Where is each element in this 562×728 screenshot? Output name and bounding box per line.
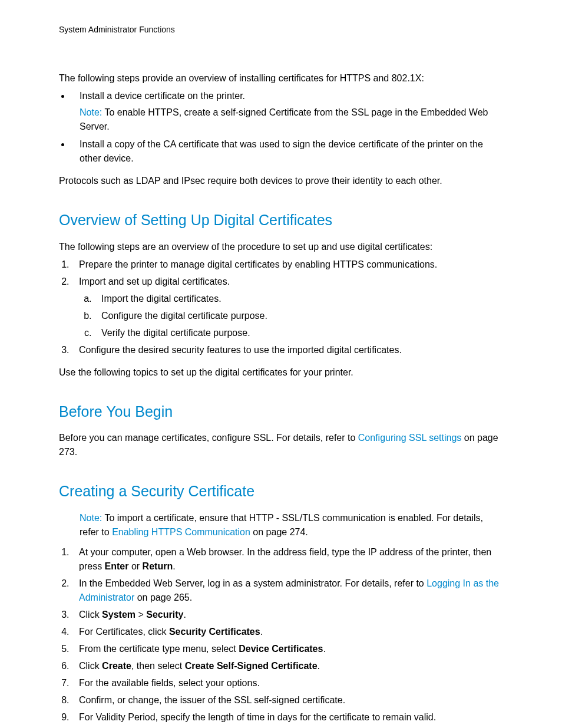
page-header: System Administrator Functions — [59, 24, 503, 36]
list-item: Install a copy of the CA certificate tha… — [71, 137, 503, 166]
list-item: For the available fields, select your op… — [72, 676, 503, 690]
bold-text: Create — [102, 661, 131, 671]
list-item: Configure the desired security features … — [72, 343, 503, 357]
list-item: Click System > Security. — [72, 608, 503, 622]
overview-outro: Use the following topics to set up the d… — [59, 365, 503, 380]
substep-text: Verify the digital certificate purpose. — [101, 328, 250, 338]
text: Confirm, or change, the issuer of the SS… — [79, 695, 345, 705]
list-item: Verify the digital certificate purpose. — [94, 326, 503, 340]
text: For the available fields, select your op… — [79, 678, 260, 688]
text: or — [128, 561, 142, 571]
text: . — [323, 644, 325, 654]
heading-creating: Creating a Security Certificate — [59, 480, 503, 503]
bold-text: Security — [146, 610, 183, 620]
list-item: Confirm, or change, the issuer of the SS… — [72, 693, 503, 707]
list-item: For Certificates, click Security Certifi… — [72, 625, 503, 639]
bold-text: Enter — [105, 561, 129, 571]
overview-steps: Prepare the printer to manage digital ce… — [59, 258, 503, 357]
substep-text: Configure the digital certificate purpos… — [101, 311, 267, 321]
text: Click — [79, 661, 102, 671]
note-label: Note: — [80, 513, 102, 523]
text: For Validity Period, specify the length … — [79, 712, 436, 722]
list-item: Import the digital certificates. — [94, 292, 503, 306]
list-item: Prepare the printer to manage digital ce… — [72, 258, 503, 272]
list-item: Import and set up digital certificates. … — [72, 275, 503, 340]
list-item: At your computer, open a Web browser. In… — [72, 545, 503, 574]
overview-intro: The following steps are an overview of t… — [59, 240, 503, 254]
intro-paragraph: The following steps provide an overview … — [59, 71, 503, 85]
bold-text: Return — [143, 561, 173, 571]
text: In the Embedded Web Server, log in as a … — [79, 578, 427, 588]
heading-before: Before You Begin — [59, 401, 503, 423]
note-block: Note: To import a certificate, ensure th… — [59, 511, 503, 539]
bold-text: Create Self-Signed Certificate — [185, 661, 318, 671]
text: . — [173, 561, 175, 571]
step-text: Prepare the printer to manage digital ce… — [79, 259, 437, 269]
bold-text: Device Certificates — [239, 644, 323, 654]
list-item: Click Create, then select Create Self-Si… — [72, 659, 503, 673]
bullet-text: Install a copy of the CA certificate tha… — [80, 139, 483, 163]
list-item: For Validity Period, specify the length … — [72, 710, 503, 724]
list-item: In the Embedded Web Server, log in as a … — [72, 577, 503, 605]
note-label: Note: — [80, 107, 102, 117]
creating-steps: At your computer, open a Web browser. In… — [59, 545, 503, 729]
note-text: To enable HTTPS, create a self-signed Ce… — [80, 107, 488, 131]
step-text: Import and set up digital certificates. — [79, 276, 230, 286]
text: . — [260, 627, 263, 637]
text: > — [135, 610, 146, 620]
before-paragraph: Before you can manage certificates, conf… — [59, 431, 503, 459]
link-enabling-https[interactable]: Enabling HTTPS Communication — [112, 527, 250, 537]
substep-text: Import the digital certificates. — [101, 294, 222, 304]
note-text: on page 274. — [250, 527, 308, 537]
overview-substeps: Import the digital certificates. Configu… — [79, 292, 503, 340]
bold-text: System — [102, 610, 135, 620]
list-item: Install a device certificate on the prin… — [71, 89, 503, 134]
text: , then select — [131, 661, 185, 671]
bullet-text: Install a device certificate on the prin… — [80, 91, 245, 101]
list-item: Configure the digital certificate purpos… — [94, 309, 503, 323]
text: on page 265. — [134, 592, 192, 602]
step-text: Configure the desired security features … — [79, 345, 402, 355]
text: Click — [79, 610, 102, 620]
text: Before you can manage certificates, conf… — [59, 433, 358, 443]
heading-overview: Overview of Setting Up Digital Certifica… — [59, 209, 503, 232]
text: From the certificate type menu, select — [79, 644, 239, 654]
overview-bullet-list: Install a device certificate on the prin… — [59, 89, 503, 166]
protocols-paragraph: Protocols such as LDAP and IPsec require… — [59, 174, 503, 188]
note-block: Note: To enable HTTPS, create a self-sig… — [80, 106, 503, 134]
bold-text: Security Certificates — [169, 627, 260, 637]
text: . — [318, 661, 320, 671]
link-configuring-ssl[interactable]: Configuring SSL settings — [358, 433, 462, 443]
text: . — [183, 610, 186, 620]
list-item: From the certificate type menu, select D… — [72, 642, 503, 656]
text: For Certificates, click — [79, 627, 169, 637]
